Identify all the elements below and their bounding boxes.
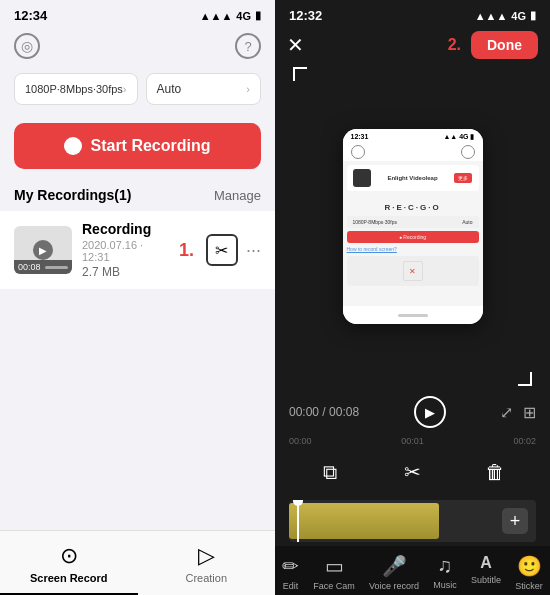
- playhead: [297, 500, 299, 542]
- preview-area: 12:31 ▲▲ 4G ▮ Enlight Videoleap 更多 R·E·C…: [275, 63, 550, 390]
- music-tool[interactable]: ♫ Music: [433, 554, 457, 591]
- preview-app-button: 更多: [454, 173, 472, 183]
- left-controls: 1080P·8Mbps·30fps › Auto ›: [0, 65, 275, 113]
- my-recordings-title: My Recordings(1): [14, 187, 131, 203]
- left-status-icons: ▲▲▲ 4G ▮: [200, 9, 261, 22]
- scissors-tool[interactable]: ✂: [394, 454, 430, 490]
- manage-button[interactable]: Manage: [214, 188, 261, 203]
- right-battery-icon: ▮: [530, 9, 536, 22]
- scissors-icon: ✂: [215, 241, 228, 260]
- preview-target-icon: [351, 145, 365, 159]
- sticker-icon: 🙂: [517, 554, 542, 578]
- fullscreen-icon[interactable]: ⊞: [523, 403, 536, 422]
- ruler-mid: 00:01: [401, 436, 424, 446]
- start-recording-button[interactable]: Start Recording: [14, 123, 261, 169]
- playback-controls: ▶: [414, 396, 446, 428]
- focus-chevron: ›: [246, 83, 250, 95]
- record-button-label: Start Recording: [90, 137, 210, 155]
- voice-record-tool[interactable]: 🎤 Voice record: [369, 554, 419, 591]
- step2-label: 2.: [448, 36, 461, 54]
- right-network-icon: 4G: [511, 10, 526, 22]
- more-options-button[interactable]: ···: [246, 240, 261, 261]
- my-recordings-header: My Recordings(1) Manage: [0, 179, 275, 207]
- ruler-start: 00:00: [289, 436, 312, 446]
- signal-icon: ▲▲▲: [200, 10, 233, 22]
- recording-name: Recording: [82, 221, 169, 237]
- done-button[interactable]: Done: [471, 31, 538, 59]
- preview-phone-bottom: [343, 306, 483, 324]
- focus-selector[interactable]: Auto ›: [146, 73, 261, 105]
- timeline-clip[interactable]: [289, 503, 439, 539]
- expand-icon[interactable]: ⤢: [500, 403, 513, 422]
- preview-app-logo: [353, 169, 371, 187]
- subtitle-label: Subtitle: [471, 575, 501, 585]
- left-top-icons: ◎ ?: [0, 27, 275, 65]
- timeline-strip: +: [289, 500, 536, 542]
- duration-bar: 00:08: [14, 260, 72, 274]
- timeline-controls: 00:00 / 00:08 ▶ ⤢ ⊞: [275, 390, 550, 434]
- face-cam-icon: ▭: [325, 554, 344, 578]
- music-icon: ♫: [438, 554, 453, 577]
- copy-tool[interactable]: ⧉: [312, 454, 348, 490]
- scissors-button[interactable]: ✂: [206, 234, 238, 266]
- play-button[interactable]: ▶: [414, 396, 446, 428]
- face-cam-tool[interactable]: ▭ Face Cam: [313, 554, 355, 591]
- ruler-end: 00:02: [513, 436, 536, 446]
- face-cam-label: Face Cam: [313, 581, 355, 591]
- add-clip-button[interactable]: +: [502, 508, 528, 534]
- focus-label: Auto: [157, 82, 182, 96]
- preview-app-header: Enlight Videoleap 更多: [347, 165, 479, 191]
- creation-icon: ▷: [198, 543, 215, 569]
- recording-item: New ▶ 00:08 Recording 2020.07.16 · 12:31…: [0, 211, 275, 289]
- network-icon: 4G: [236, 10, 251, 22]
- close-button[interactable]: ✕: [287, 33, 304, 57]
- subtitle-tool[interactable]: A Subtitle: [471, 554, 501, 591]
- step1-label: 1.: [179, 240, 194, 261]
- voice-record-label: Voice record: [369, 581, 419, 591]
- subtitle-icon: A: [480, 554, 492, 572]
- battery-icon: ▮: [255, 9, 261, 22]
- resolution-label: 1080P·8Mbps·30fps: [25, 83, 123, 95]
- preview-content: Enlight Videoleap 更多 R·E·C·G·O 1080P·8Mb…: [343, 161, 483, 306]
- sticker-tool[interactable]: 🙂 Sticker: [515, 554, 543, 591]
- edit-tools: ⧉ ✂ 🗑: [275, 448, 550, 496]
- left-time: 12:34: [14, 8, 47, 23]
- recording-thumbnail[interactable]: ▶ 00:08: [14, 226, 72, 274]
- recording-size: 2.7 MB: [82, 265, 169, 279]
- target-icon[interactable]: ◎: [14, 33, 40, 59]
- timeline-ruler: 00:00 00:01 00:02: [275, 434, 550, 448]
- crop-corner-top-left: [293, 67, 307, 81]
- help-icon[interactable]: ?: [235, 33, 261, 59]
- right-panel: 12:32 ▲▲▲ 4G ▮ ✕ 2. Done 12:31 ▲▲ 4G ▮: [275, 0, 550, 595]
- preview-status-icons: ▲▲ 4G ▮: [443, 133, 474, 141]
- preview-controls: 1080P·8Mbps·30fps Auto: [347, 216, 479, 228]
- voice-record-icon: 🎤: [382, 554, 407, 578]
- tab-screen-record[interactable]: ⊙ Screen Record: [0, 531, 138, 595]
- screen-record-label: Screen Record: [30, 572, 108, 584]
- screen-record-icon: ⊙: [60, 543, 78, 569]
- music-label: Music: [433, 580, 457, 590]
- play-icon[interactable]: ▶: [33, 240, 53, 260]
- preview-help-icon: [461, 145, 475, 159]
- tab-creation[interactable]: ▷ Creation: [138, 531, 276, 595]
- edit-label: Edit: [283, 581, 299, 591]
- left-tab-bar: ⊙ Screen Record ▷ Creation: [0, 530, 275, 595]
- recording-duration: 00:08: [18, 262, 41, 272]
- preview-time: 12:31: [351, 133, 369, 141]
- preview-top-icons: [343, 143, 483, 161]
- crop-corner-bottom-right: [518, 372, 532, 386]
- preview-logo-text: R·E·C·G·O: [384, 203, 440, 212]
- preview-rec-button: ● Recording: [347, 231, 479, 243]
- record-dot-icon: [64, 137, 82, 155]
- right-top-bar: ✕ 2. Done: [275, 27, 550, 63]
- phone-preview: 12:31 ▲▲ 4G ▮ Enlight Videoleap 更多 R·E·C…: [343, 129, 483, 324]
- left-panel: 12:34 ▲▲▲ 4G ▮ ◎ ? 1080P·8Mbps·30fps › A…: [0, 0, 275, 595]
- resolution-selector[interactable]: 1080P·8Mbps·30fps ›: [14, 73, 138, 105]
- edit-tool[interactable]: ✏ Edit: [282, 554, 299, 591]
- resolution-chevron: ›: [123, 83, 127, 95]
- preview-app-name: Enlight Videoleap: [387, 175, 437, 181]
- bottom-toolbar: ✏ Edit ▭ Face Cam 🎤 Voice record ♫ Music…: [275, 546, 550, 595]
- delete-tool[interactable]: 🗑: [477, 454, 513, 490]
- edit-icon: ✏: [282, 554, 299, 578]
- preview-screenshot: ✕: [347, 256, 479, 286]
